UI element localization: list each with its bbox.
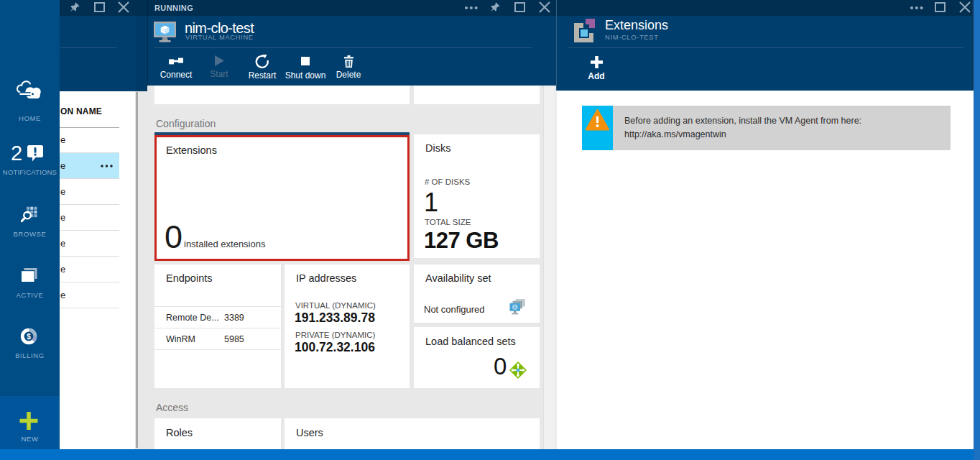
svg-text:$: $ bbox=[27, 333, 31, 341]
